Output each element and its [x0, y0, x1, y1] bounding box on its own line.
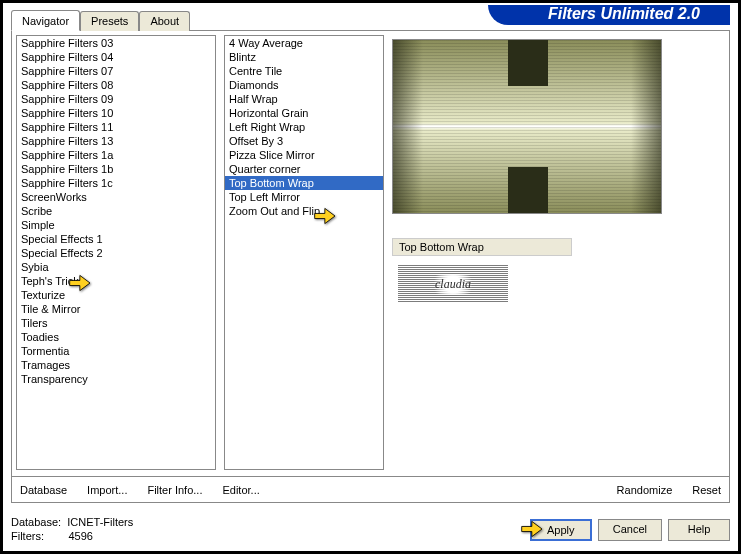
- filter-item[interactable]: Top Left Mirror: [225, 190, 383, 204]
- filter-item[interactable]: Centre Tile: [225, 64, 383, 78]
- category-item[interactable]: Tile & Mirror: [17, 302, 215, 316]
- preview-image: [392, 39, 662, 214]
- category-item[interactable]: Tramages: [17, 358, 215, 372]
- filter-list[interactable]: 4 Way AverageBlintzCentre TileDiamondsHa…: [224, 35, 384, 470]
- category-item[interactable]: Special Effects 1: [17, 232, 215, 246]
- tab-about[interactable]: About: [139, 11, 190, 31]
- category-item[interactable]: Sapphire Filters 07: [17, 64, 215, 78]
- category-item[interactable]: Sapphire Filters 08: [17, 78, 215, 92]
- filter-item[interactable]: Left Right Wrap: [225, 120, 383, 134]
- tab-navigator[interactable]: Navigator: [11, 10, 80, 31]
- category-item[interactable]: Sapphire Filters 03: [17, 36, 215, 50]
- filter-name-label: Top Bottom Wrap: [392, 238, 572, 256]
- category-item[interactable]: Sapphire Filters 1a: [17, 148, 215, 162]
- import-button[interactable]: Import...: [87, 484, 127, 496]
- filter-item[interactable]: Offset By 3: [225, 134, 383, 148]
- filters-count-label: Filters:: [11, 530, 44, 542]
- category-item[interactable]: Teph's Tricks: [17, 274, 215, 288]
- randomize-button[interactable]: Randomize: [617, 484, 673, 496]
- cancel-button[interactable]: Cancel: [598, 519, 662, 541]
- category-item[interactable]: ScreenWorks: [17, 190, 215, 204]
- help-button[interactable]: Help: [668, 519, 730, 541]
- watermark: claudia: [398, 265, 508, 303]
- filter-item[interactable]: Horizontal Grain: [225, 106, 383, 120]
- database-button[interactable]: Database: [20, 484, 67, 496]
- db-label: Database:: [11, 516, 61, 528]
- filter-item[interactable]: Blintz: [225, 50, 383, 64]
- filter-item[interactable]: Half Wrap: [225, 92, 383, 106]
- status-bar: Database: ICNET-Filters Filters: 4596: [11, 515, 530, 547]
- category-item[interactable]: Sapphire Filters 11: [17, 120, 215, 134]
- category-item[interactable]: Sapphire Filters 09: [17, 92, 215, 106]
- category-item[interactable]: Sybia: [17, 260, 215, 274]
- navigator-panel: Sapphire Filters 03Sapphire Filters 04Sa…: [11, 30, 730, 503]
- category-item[interactable]: Tormentia: [17, 344, 215, 358]
- category-item[interactable]: Scribe: [17, 204, 215, 218]
- apply-button[interactable]: Apply: [530, 519, 592, 541]
- editor-button[interactable]: Editor...: [222, 484, 259, 496]
- filter-item[interactable]: Quarter corner: [225, 162, 383, 176]
- category-item[interactable]: Special Effects 2: [17, 246, 215, 260]
- category-item[interactable]: Sapphire Filters 04: [17, 50, 215, 64]
- category-item[interactable]: Texturize: [17, 288, 215, 302]
- category-item[interactable]: Sapphire Filters 10: [17, 106, 215, 120]
- category-item[interactable]: Tilers: [17, 316, 215, 330]
- category-item[interactable]: Sapphire Filters 1b: [17, 162, 215, 176]
- reset-button[interactable]: Reset: [692, 484, 721, 496]
- filter-item[interactable]: Zoom Out and Flip: [225, 204, 383, 218]
- tab-presets[interactable]: Presets: [80, 11, 139, 31]
- db-value: ICNET-Filters: [67, 516, 133, 528]
- filter-item[interactable]: Top Bottom Wrap: [225, 176, 383, 190]
- category-item[interactable]: Toadies: [17, 330, 215, 344]
- category-item[interactable]: Sapphire Filters 1c: [17, 176, 215, 190]
- category-item[interactable]: Simple: [17, 218, 215, 232]
- category-list[interactable]: Sapphire Filters 03Sapphire Filters 04Sa…: [16, 35, 216, 470]
- app-title: Filters Unlimited 2.0: [488, 5, 730, 25]
- tab-bar: Navigator Presets About: [11, 11, 190, 31]
- filter-info-button[interactable]: Filter Info...: [147, 484, 202, 496]
- filter-item[interactable]: Diamonds: [225, 78, 383, 92]
- category-item[interactable]: Transparency: [17, 372, 215, 386]
- filters-count-value: 4596: [68, 530, 92, 542]
- toolbar: Database Import... Filter Info... Editor…: [12, 476, 729, 502]
- category-item[interactable]: Sapphire Filters 13: [17, 134, 215, 148]
- filter-item[interactable]: Pizza Slice Mirror: [225, 148, 383, 162]
- filter-item[interactable]: 4 Way Average: [225, 36, 383, 50]
